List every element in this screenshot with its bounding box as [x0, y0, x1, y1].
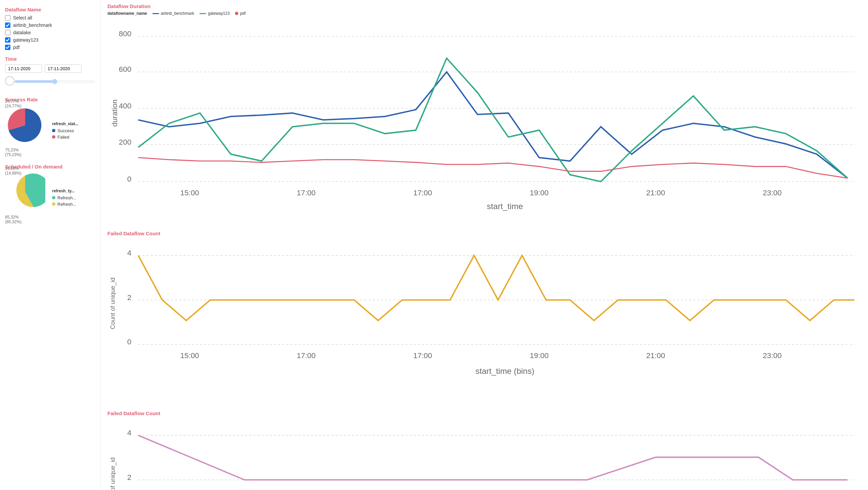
failed-pct-label: 24,77% (24,77%): [5, 99, 22, 109]
failed-count-line: [138, 255, 855, 320]
scheduled-pie-row: 14,68% (14,68%) 85,32% (85,32%) refresh_…: [5, 172, 95, 224]
refresh1-label: Refresh...: [57, 195, 76, 201]
date-end-input[interactable]: [44, 64, 82, 73]
legend-pdf-dot: [235, 12, 238, 15]
checkbox-pdf-label: pdf: [13, 44, 20, 50]
checkbox-gateway-input[interactable]: [5, 37, 10, 42]
duration-chart-svg: 800 600 400 200 0 duration 15:00 17:00 1…: [107, 17, 861, 223]
select-all-label: Select all: [13, 15, 32, 21]
svg-text:17:00: 17:00: [297, 351, 315, 360]
date-inputs: [5, 64, 95, 73]
slider-thumb[interactable]: [5, 76, 14, 86]
svg-text:21:00: 21:00: [646, 189, 665, 197]
failed-count-svg: 4 2 0 Count of unique_id 15:00 17:00 17:…: [107, 238, 861, 403]
refresh2-label: Refresh...: [57, 202, 76, 207]
success-pie-container: 24,77% (24,77%) 75,23% (75,23: [5, 105, 45, 157]
dataflow-name-title: Dataflow Name: [5, 7, 95, 12]
success-rate-legend: refresh_stat... Success Failed: [52, 122, 79, 141]
legend-gateway-text: gateway123: [208, 11, 229, 16]
svg-text:15:00: 15:00: [180, 351, 199, 360]
success-dot: [52, 129, 55, 132]
time-section: Time: [5, 56, 95, 87]
duration-legend-row: dataflowname_name airbnb_benchmark gatew…: [107, 11, 861, 16]
date-start-input[interactable]: [5, 64, 42, 73]
failed-count2-line: [138, 435, 847, 480]
legend-pdf-text: pdf: [240, 11, 246, 16]
svg-text:17:00: 17:00: [413, 189, 432, 197]
legend-airbnb-line: [152, 13, 159, 14]
scheduled-pct1-label: 85,32% (85,32%): [5, 215, 45, 224]
success-rate-section: Success Rate 24,77% (24,77%): [5, 97, 95, 157]
main-content: Dataflow Duration dataflowname_name airb…: [101, 0, 868, 490]
select-all-checkbox[interactable]: [5, 15, 10, 21]
refresh2-dot: [52, 203, 55, 206]
legend-airbnb: airbnb_benchmark: [152, 11, 194, 16]
success-label: Success: [57, 128, 74, 133]
duration-chart-title: Dataflow Duration: [107, 3, 861, 9]
airbnb-line: [138, 72, 847, 178]
success-pct-label: 75,23% (75,23%): [5, 148, 45, 157]
checkbox-pdf-input[interactable]: [5, 44, 10, 50]
checkbox-airbnb-label: airbnb_benchmark: [13, 23, 52, 28]
failed-dot: [52, 135, 55, 139]
svg-text:2: 2: [127, 473, 131, 481]
legend-pdf: pdf: [235, 11, 246, 16]
failed-count-chart-section: Failed Dataflow Count 4 2 0 Count of uni…: [107, 231, 861, 404]
svg-text:19:00: 19:00: [530, 351, 549, 360]
scheduled-section: Scheduled / On demand 14,68% (14,68%) 85…: [5, 164, 95, 224]
svg-text:4: 4: [127, 429, 131, 437]
svg-text:800: 800: [119, 30, 131, 38]
svg-text:400: 400: [119, 102, 131, 110]
slider-container: [5, 76, 95, 87]
time-title: Time: [5, 56, 95, 62]
svg-text:start_time (bins): start_time (bins): [475, 367, 534, 375]
scheduled-pct2-label: 14,68% (14,68%): [5, 166, 22, 176]
failed-count2-svg: 4 2 0 Count of unique_id 19:00 20:00 21:…: [107, 418, 861, 490]
checkbox-airbnb[interactable]: airbnb_benchmark: [5, 23, 95, 28]
select-all-item[interactable]: Select all: [5, 15, 95, 21]
svg-text:200: 200: [119, 138, 131, 146]
success-legend-item: Success: [52, 128, 79, 133]
svg-text:start_time: start_time: [487, 202, 523, 211]
gateway-line: [138, 58, 847, 182]
svg-text:17:00: 17:00: [413, 351, 432, 360]
checkbox-pdf[interactable]: pdf: [5, 44, 95, 50]
svg-text:17:00: 17:00: [297, 189, 315, 197]
svg-text:Count of unique_id: Count of unique_id: [109, 457, 117, 490]
failed-legend-item: Failed: [52, 134, 79, 140]
checkbox-datalake-input[interactable]: [5, 30, 10, 35]
svg-text:2: 2: [127, 293, 131, 301]
legend-airbnb-text: airbnb_benchmark: [161, 11, 194, 16]
svg-text:21:00: 21:00: [646, 351, 665, 360]
failed-count2-title: Failed Dataflow Count: [107, 410, 861, 416]
legend-gateway: gateway123: [199, 11, 229, 16]
svg-text:23:00: 23:00: [763, 351, 781, 360]
checkbox-datalake[interactable]: datalake: [5, 30, 95, 35]
failed-count2-chart-section: Failed Dataflow Count 4 2 0 Count of uni…: [107, 410, 861, 490]
checkbox-airbnb-input[interactable]: [5, 23, 10, 28]
refresh1-legend-item: Refresh...: [52, 195, 76, 201]
refresh2-legend-item: Refresh...: [52, 202, 76, 207]
success-rate-pie-row: 24,77% (24,77%) 75,23% (75,23: [5, 105, 95, 157]
legend-gateway-line: [199, 13, 206, 14]
pdf-line: [138, 158, 847, 178]
failed-label: Failed: [57, 134, 69, 140]
checkbox-gateway[interactable]: gateway123: [5, 37, 95, 42]
checkbox-gateway-label: gateway123: [13, 37, 39, 42]
svg-text:23:00: 23:00: [763, 189, 781, 197]
scheduled-pie: [5, 172, 45, 212]
svg-text:4: 4: [127, 249, 131, 257]
duration-chart-section: Dataflow Duration dataflowname_name airb…: [107, 3, 861, 224]
svg-text:Count of unique_id: Count of unique_id: [109, 277, 117, 329]
svg-text:15:00: 15:00: [180, 189, 199, 197]
success-rate-pie: [5, 105, 45, 145]
failed-count-title: Failed Dataflow Count: [107, 231, 861, 236]
svg-text:0: 0: [127, 175, 131, 183]
scheduled-legend-title: refresh_ty...: [52, 189, 76, 193]
svg-text:19:00: 19:00: [530, 189, 549, 197]
svg-text:0: 0: [127, 338, 131, 346]
sidebar: Dataflow Name Select all airbnb_benchmar…: [0, 0, 101, 490]
success-rate-legend-title: refresh_stat...: [52, 122, 79, 126]
duration-legend-label: dataflowname_name: [107, 11, 147, 16]
time-slider[interactable]: [14, 79, 95, 84]
